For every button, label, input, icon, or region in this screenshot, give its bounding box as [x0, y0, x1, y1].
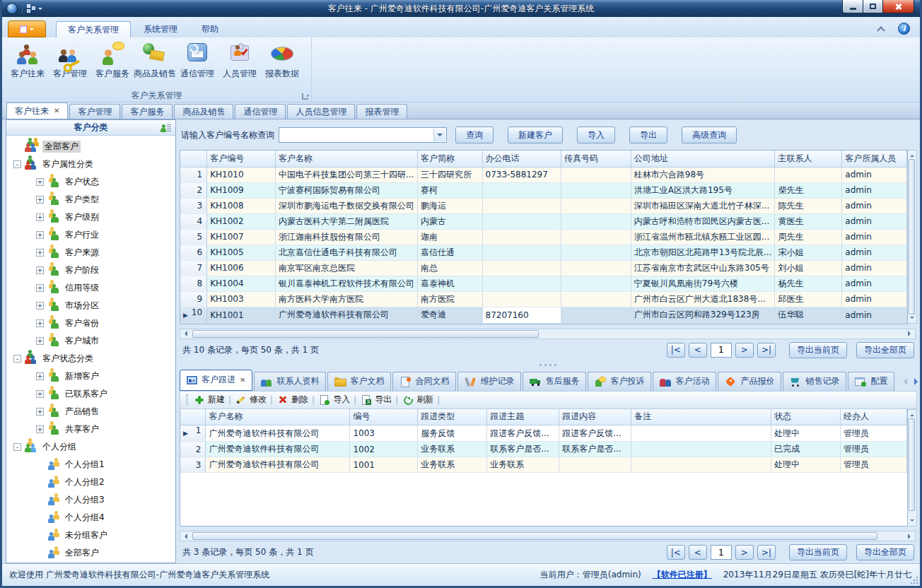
customer-row[interactable]: 3 KH1008深圳市鹏海运电子数据交换有限公司鹏海运 深圳市福田区深南大道北竹… — [180, 198, 907, 213]
tabs-scroll-left-icon[interactable] — [900, 378, 907, 385]
document-tab[interactable]: 报表管理 — [356, 104, 407, 119]
horizontal-scrollbar[interactable] — [180, 329, 916, 339]
license-registered-link[interactable]: 【软件已注册】 — [653, 569, 712, 581]
toolbar-grip[interactable] — [186, 394, 188, 406]
detail-tab[interactable]: 合同文档 — [392, 372, 456, 391]
horizontal-splitter[interactable] — [178, 361, 917, 370]
advanced-search-button[interactable]: 高级查询 — [682, 127, 737, 143]
column-header[interactable]: 编号 — [350, 409, 418, 425]
customer-row[interactable]: 4 KH1002内蒙古医科大学第二附属医院内蒙古 内蒙古呼和浩特市回民区内蒙古医… — [180, 213, 907, 229]
tree-item[interactable]: + 产品销售 — [6, 403, 175, 421]
tree-item[interactable]: 个人分组3 — [6, 491, 175, 509]
tree-expander-icon[interactable]: + — [36, 231, 44, 239]
tree-item[interactable]: 全部客户 — [6, 544, 175, 562]
detail-tab[interactable]: 客户跟进 ✕ — [180, 370, 252, 391]
tree-item[interactable]: + 客户省份 — [6, 314, 175, 332]
toolbar-button[interactable]: 修改 | — [236, 394, 273, 406]
quick-access-icon[interactable] — [27, 4, 35, 13]
tree-item[interactable]: + 客户级别 — [6, 208, 175, 226]
document-tab[interactable]: 客户管理 — [69, 104, 120, 119]
column-header[interactable]: 传真号码 — [561, 151, 631, 167]
detail-tab[interactable]: 销售记录 — [783, 372, 846, 391]
tree-expander-icon[interactable] — [36, 531, 44, 539]
export-all-pages-button[interactable]: 导出全部页 — [856, 544, 914, 560]
detail-tab[interactable]: 售后服务 — [523, 372, 586, 391]
detail-tab[interactable]: 客户文档 — [327, 372, 391, 391]
tree-expander-icon[interactable]: + — [36, 178, 44, 186]
detail-tab[interactable]: 客户活动 — [653, 372, 716, 391]
title-bar[interactable]: 客户往来 - 广州爱奇迪软件科技有限公司-广州爱奇迪客户关系管理系统 — [2, 0, 920, 17]
tree-expander-icon[interactable] — [36, 514, 44, 522]
vertical-scrollbar[interactable] — [908, 409, 917, 527]
tree-expander-icon[interactable] — [36, 549, 44, 557]
customer-search-combobox[interactable] — [279, 127, 447, 143]
column-header[interactable]: 状态 — [771, 409, 841, 425]
collapse-ribbon-icon[interactable] — [877, 26, 885, 34]
tree-expander-icon[interactable]: + — [36, 319, 44, 327]
tree-expander-icon[interactable]: - — [13, 443, 21, 451]
tree-expander-icon[interactable]: + — [36, 266, 44, 274]
column-header[interactable]: 跟进内容 — [559, 409, 631, 425]
detail-tab[interactable]: 客户投诉 — [588, 372, 651, 391]
column-header[interactable]: 跟进类型 — [418, 409, 487, 425]
toolbar-button[interactable]: 新建 | — [194, 394, 231, 406]
customer-row[interactable]: 5 KH1007浙江迦南科技股份有限公司迦南 浙江省温州市瓯北镇东瓯工业区园..… — [180, 229, 907, 245]
ribbon-tab[interactable]: 客户关系管理 — [56, 21, 131, 37]
customer-row[interactable]: 2 KH1009宁波赛柯国际贸易有限公司赛柯 洪塘工业A区洪大路195号 柴先生… — [180, 182, 907, 198]
document-tab[interactable]: 商品及销售 — [174, 104, 233, 119]
document-tab[interactable]: 人员信息管理 — [287, 104, 355, 119]
tree-item[interactable]: 个人分组1 — [6, 456, 175, 474]
follow-up-row[interactable]: 3 广州爱奇迪软件科技有限公司1001业务联系 业务联系 处理中管理员 — [180, 457, 907, 473]
application-menu-button[interactable] — [8, 20, 46, 37]
tree-item[interactable]: - 个人分组 — [6, 438, 175, 456]
tree-item[interactable]: + 信用等级 — [6, 279, 175, 297]
scrollbar-thumb[interactable] — [909, 418, 915, 512]
ribbon-button[interactable]: 客户管理 — [49, 40, 91, 86]
tree-expander-icon[interactable] — [36, 478, 44, 486]
tree-item[interactable]: + 市场分区 — [6, 297, 175, 314]
page-number-input[interactable]: 1 — [711, 545, 732, 560]
tree-expander-icon[interactable]: + — [36, 302, 44, 310]
scroll-down-icon[interactable] — [910, 317, 914, 321]
column-header[interactable] — [180, 151, 207, 167]
ribbon-tab[interactable]: 帮助 — [190, 21, 230, 37]
tree-item[interactable]: + 客户类型 — [6, 191, 175, 208]
tree-item[interactable]: 个人分组4 — [6, 509, 175, 527]
ribbon-button[interactable]: 商品及销售 — [134, 40, 176, 86]
minimize-button[interactable] — [842, 0, 863, 13]
ribbon-button[interactable]: 人员管理 — [218, 40, 261, 86]
new-customer-button[interactable]: 新建客户 — [508, 127, 563, 143]
app-icon[interactable] — [6, 3, 18, 14]
column-header[interactable]: 主联系人 — [775, 151, 842, 167]
tree-expander-icon[interactable] — [36, 496, 44, 504]
tree-expander-icon[interactable]: - — [13, 160, 21, 168]
tree-expander-icon[interactable]: + — [36, 337, 44, 345]
scroll-down-icon[interactable] — [910, 519, 914, 524]
tree-item[interactable]: + 已联系客户 — [6, 385, 175, 403]
ribbon-button[interactable]: 报表数据 — [261, 40, 303, 86]
tree-item[interactable]: + 客户状态 — [6, 173, 175, 191]
tree-expander-icon[interactable] — [36, 461, 44, 469]
detail-tab[interactable]: 配置 — [848, 372, 894, 391]
column-header[interactable] — [180, 409, 206, 425]
ribbon-button[interactable]: 客户服务 — [91, 40, 134, 86]
grid-header-row[interactable]: 客户名称 编号 跟进类型 跟进主题 跟进内容 备注 状态 经办人 — [180, 409, 907, 425]
resize-grip[interactable] — [911, 577, 918, 584]
tree-item[interactable]: + 客户阶段 — [6, 261, 175, 279]
tree-item[interactable]: 未分组客户 — [6, 527, 175, 544]
ribbon-tab[interactable]: 系统管理 — [132, 21, 189, 37]
document-tab[interactable]: 客户往来✕ — [6, 102, 68, 119]
tree-expander-icon[interactable]: + — [36, 408, 44, 416]
column-header[interactable]: 经办人 — [841, 409, 907, 425]
ribbon-button[interactable]: 通信管理 — [176, 40, 218, 86]
tree-expander-icon[interactable]: + — [36, 284, 44, 292]
scroll-up-icon[interactable] — [910, 153, 914, 157]
scroll-left-icon[interactable] — [180, 329, 191, 339]
tree-expander-icon[interactable] — [13, 143, 21, 151]
column-header[interactable]: 备注 — [631, 409, 771, 425]
vertical-scrollbar[interactable] — [908, 150, 917, 324]
import-button[interactable]: 导入 — [577, 127, 615, 143]
scroll-up-icon[interactable] — [910, 412, 914, 416]
column-header[interactable]: 客户名称 — [275, 151, 417, 167]
tree-expander-icon[interactable]: - — [13, 355, 21, 363]
